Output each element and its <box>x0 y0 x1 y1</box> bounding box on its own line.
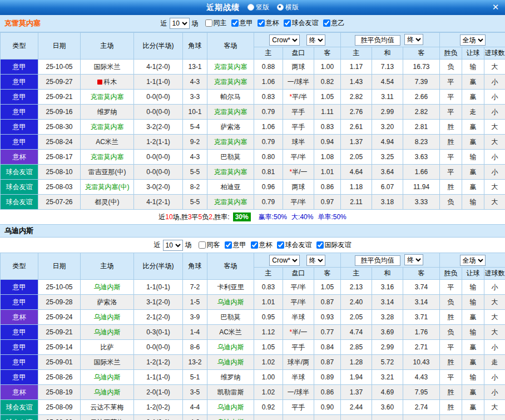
home-team[interactable]: 乌迪内斯 <box>81 310 134 325</box>
away-team[interactable]: 卡利亚里 <box>207 280 254 295</box>
final-odds-select[interactable]: 终 <box>306 255 325 266</box>
close-icon[interactable]: ✕ <box>491 2 501 12</box>
away-team[interactable]: 乌迪内斯 <box>207 400 254 415</box>
radio-unchecked-icon[interactable] <box>247 4 254 11</box>
away-team[interactable]: 维罗纳 <box>207 370 254 385</box>
layout-radio-竖版[interactable]: 竖版 <box>247 3 269 12</box>
away-team[interactable]: 乌迪内斯 <box>207 340 254 355</box>
match-score[interactable]: 1-1(1-0) <box>134 370 183 385</box>
away-team[interactable]: 克雷莫内塞 <box>207 75 254 90</box>
handicap-line: 一/球半 <box>283 385 314 400</box>
bookmaker-select[interactable]: Crow* <box>269 34 300 46</box>
match-count-select[interactable]: 10 <box>163 240 183 251</box>
match-score[interactable]: 1-2(1-1) <box>134 135 183 150</box>
home-team[interactable]: 克雷莫内塞 <box>81 90 134 105</box>
away-team[interactable]: 克雷莫内塞 <box>207 105 254 120</box>
match-score[interactable]: 2-1(2-0) <box>134 310 183 325</box>
home-team[interactable]: 萨索洛 <box>81 295 134 310</box>
filter-checkbox-意甲[interactable]: 意甲 <box>225 240 246 250</box>
match-count-select[interactable]: 10 <box>170 18 190 29</box>
home-team[interactable]: 雷吉亚那(中) <box>81 165 134 180</box>
match-score[interactable]: 1-2(0-2) <box>134 400 183 415</box>
filter-checkbox-国际友谊[interactable]: 国际友谊 <box>316 240 351 250</box>
match-score[interactable]: 0-0(0-0) <box>134 150 183 165</box>
bookmaker-select[interactable]: Crow* <box>269 255 300 266</box>
home-team[interactable]: 乌迪内斯 <box>81 325 134 340</box>
away-team[interactable]: 克雷莫内塞 <box>207 195 254 210</box>
scope-select[interactable]: 全场 <box>460 34 486 46</box>
match-score[interactable]: 0-1(0-1) <box>134 415 183 420</box>
home-team[interactable]: 克雷莫内塞 <box>81 150 134 165</box>
match-score[interactable]: 0-3(0-1) <box>134 325 183 340</box>
match-score[interactable]: 3-2(2-0) <box>134 120 183 135</box>
filter-checkbox-意甲[interactable]: 意甲 <box>231 18 253 28</box>
away-team[interactable]: 凯勒雷斯 <box>207 385 254 400</box>
match-score[interactable]: 2-0(1-0) <box>134 385 183 400</box>
final-odds-select[interactable]: 终 <box>306 34 325 46</box>
away-team[interactable]: 巴勒莫 <box>207 150 254 165</box>
home-team[interactable]: 乌迪内斯 <box>81 370 134 385</box>
checkbox-input[interactable] <box>323 19 330 27</box>
away-team[interactable]: 帕尔马 <box>207 90 254 105</box>
checkbox-input[interactable] <box>225 241 232 249</box>
match-score[interactable]: 0-0(0-0) <box>134 165 183 180</box>
match-score[interactable]: 1-1(1-0) <box>134 75 183 90</box>
home-team[interactable]: 国际米兰 <box>81 60 134 75</box>
home-team[interactable]: 克雷莫内塞 <box>81 120 134 135</box>
filter-checkbox-球会友谊[interactable]: 球会友谊 <box>284 18 319 28</box>
checkbox-input[interactable] <box>316 241 324 249</box>
away-team[interactable]: 克雷莫内塞 <box>207 165 254 180</box>
layout-radio-横版[interactable]: 横版 <box>277 3 299 12</box>
filter-checkbox-球会友谊[interactable]: 球会友谊 <box>277 240 312 250</box>
filter-checkbox-同主[interactable]: 同主 <box>205 18 227 28</box>
home-team[interactable]: 都灵(中) <box>81 195 134 210</box>
scope-select[interactable]: 全场 <box>460 255 486 266</box>
home-team[interactable]: 乌迪内斯 <box>81 280 134 295</box>
filter-checkbox-同客[interactable]: 同客 <box>199 240 220 250</box>
home-team[interactable]: 乌迪内斯 <box>81 385 134 400</box>
checkbox-input[interactable] <box>277 241 284 249</box>
section-header-cremonese: 克雷莫内塞 近 10 场 同主意甲意杯球会友谊意乙 <box>0 15 505 32</box>
checkbox-input[interactable] <box>231 19 239 27</box>
match-score[interactable]: 0-0(0-0) <box>134 340 183 355</box>
match-score[interactable]: 0-0(0-0) <box>134 105 183 120</box>
match-score[interactable]: 1-2(1-2) <box>134 355 183 370</box>
match-score[interactable]: 0-0(0-0) <box>134 90 183 105</box>
away-team[interactable]: 克雷莫内塞 <box>207 135 254 150</box>
home-team[interactable]: 克雷莫内塞(中) <box>81 180 134 195</box>
home-team[interactable]: 维罗纳 <box>81 105 134 120</box>
home-team[interactable]: AC米兰 <box>81 135 134 150</box>
away-team[interactable]: 柏迪亚 <box>207 180 254 195</box>
away-team[interactable]: 乌迪内斯 <box>207 355 254 370</box>
checkbox-input[interactable] <box>284 19 291 27</box>
away-team[interactable]: 萨索洛 <box>207 120 254 135</box>
matches-table-cremonese: 类型 日期 主场 比分(半场) 角球 客场 Crow* 终 胜平负均值 终 全场 <box>0 32 505 210</box>
match-score[interactable]: 1-1(0-1) <box>134 280 183 295</box>
home-team[interactable]: 云达不莱梅 <box>81 415 134 420</box>
match-score[interactable]: 4-1(2-0) <box>134 60 183 75</box>
away-team[interactable]: 克雷莫内塞 <box>207 60 254 75</box>
home-team[interactable]: 科木 <box>81 75 134 90</box>
checkbox-input[interactable] <box>199 241 206 249</box>
away-team[interactable]: 巴勒莫 <box>207 310 254 325</box>
away-team[interactable]: 乌迪内斯 <box>207 415 254 420</box>
home-team[interactable]: 云达不莱梅 <box>81 400 134 415</box>
filter-checkbox-意乙[interactable]: 意乙 <box>323 18 345 28</box>
final-avg-select[interactable]: 终 <box>404 34 423 45</box>
home-team[interactable]: 国际米兰 <box>81 355 134 370</box>
odds-home: 0.79 <box>254 195 283 210</box>
match-score[interactable]: 3-0(2-0) <box>134 180 183 195</box>
home-team[interactable]: 比萨 <box>81 340 134 355</box>
checkbox-input[interactable] <box>205 19 212 27</box>
filter-checkbox-意杯[interactable]: 意杯 <box>251 240 273 250</box>
away-team[interactable]: 乌迪内斯 <box>207 295 254 310</box>
final-avg-select[interactable]: 终 <box>404 254 423 265</box>
star-mark: * <box>289 328 292 336</box>
match-score[interactable]: 4-1(2-1) <box>134 195 183 210</box>
away-team[interactable]: AC米兰 <box>207 325 254 340</box>
radio-checked-icon[interactable] <box>277 4 284 11</box>
checkbox-input[interactable] <box>258 19 265 27</box>
filter-checkbox-意杯[interactable]: 意杯 <box>258 18 279 28</box>
checkbox-input[interactable] <box>251 241 258 249</box>
match-score[interactable]: 3-1(2-0) <box>134 295 183 310</box>
